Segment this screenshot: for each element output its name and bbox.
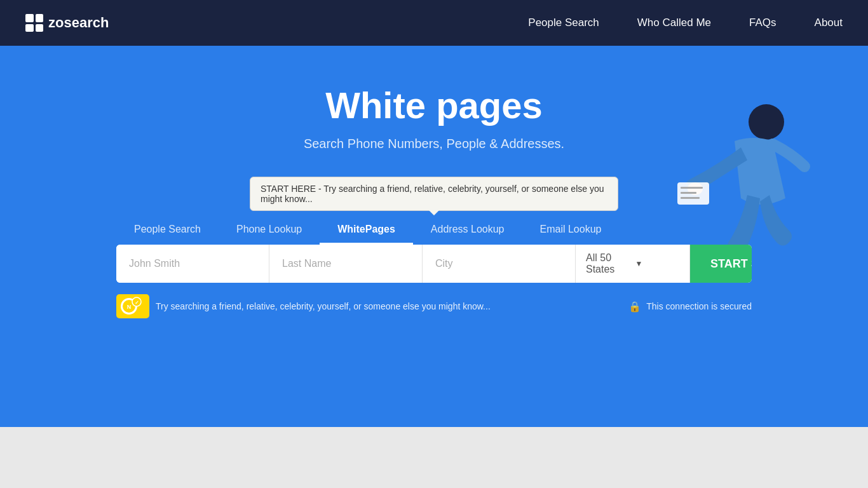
logo-link[interactable]: zosearch: [25, 14, 109, 32]
logo-grid-icon: [25, 14, 43, 32]
nav-links: People Search Who Called Me FAQs About: [528, 17, 843, 29]
nav-who-called-me[interactable]: Who Called Me: [637, 17, 711, 29]
svg-text:✓: ✓: [135, 300, 139, 306]
tab-address-lookup[interactable]: Address Lookup: [413, 216, 522, 245]
city-input[interactable]: [423, 245, 576, 283]
search-button-label: START SEARCH: [710, 257, 752, 271]
tab-people-search[interactable]: People Search: [116, 216, 219, 245]
security-row: N ✓ Try searching a friend, relative, ce…: [116, 294, 752, 318]
nav-faqs[interactable]: FAQs: [749, 17, 776, 29]
search-button[interactable]: START SEARCH →: [690, 245, 752, 283]
tab-whitepages[interactable]: WhitePages: [320, 216, 413, 245]
navbar: zosearch People Search Who Called Me FAQ…: [0, 0, 868, 46]
hero-subtitle: Search Phone Numbers, People & Addresses…: [116, 137, 752, 151]
norton-security-text: Try searching a friend, relative, celebr…: [156, 301, 491, 311]
lock-icon: 🔒: [628, 301, 641, 313]
tooltip-text: START HERE - Try searching a friend, rel…: [261, 184, 604, 204]
nav-about[interactable]: About: [815, 17, 843, 29]
tooltip-box: START HERE - Try searching a friend, rel…: [250, 177, 618, 211]
search-container: People Search Phone Lookup WhitePages Ad…: [116, 216, 752, 318]
connection-secure: 🔒 This connection is secured: [628, 301, 752, 313]
chevron-down-icon: ▼: [635, 259, 680, 268]
svg-point-0: [749, 104, 784, 140]
last-name-input[interactable]: [269, 245, 423, 283]
tab-email-lookup[interactable]: Email Lookup: [522, 216, 620, 245]
hero-title: White pages: [116, 84, 752, 126]
footer-area: [0, 427, 868, 488]
norton-logo-svg: N ✓: [120, 297, 146, 316]
hero-section: White pages Search Phone Numbers, People…: [0, 46, 868, 427]
norton-logo: N ✓: [116, 294, 149, 318]
norton-badge: N ✓ Try searching a friend, relative, ce…: [116, 294, 491, 318]
tab-phone-lookup[interactable]: Phone Lookup: [219, 216, 320, 245]
connection-text: This connection is secured: [646, 301, 752, 311]
search-tabs: People Search Phone Lookup WhitePages Ad…: [116, 216, 752, 245]
hero-content: White pages Search Phone Numbers, People…: [116, 84, 752, 318]
logo-text: zosearch: [48, 15, 109, 31]
state-select[interactable]: All 50 States ▼: [576, 245, 690, 283]
svg-text:N: N: [127, 304, 132, 310]
first-name-input[interactable]: [116, 245, 269, 283]
state-value: All 50 States: [586, 252, 630, 275]
search-bar: All 50 States ▼ START SEARCH →: [116, 245, 752, 283]
nav-people-search[interactable]: People Search: [528, 17, 599, 29]
